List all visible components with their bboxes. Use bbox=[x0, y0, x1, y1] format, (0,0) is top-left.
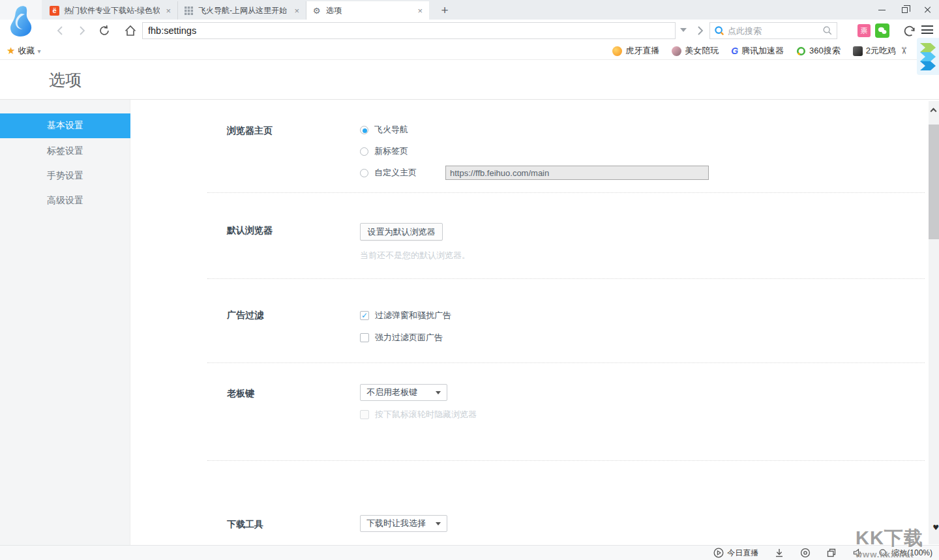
close-tab-icon[interactable]: × bbox=[164, 6, 172, 16]
search-box[interactable] bbox=[709, 22, 837, 39]
address-bar[interactable] bbox=[142, 22, 676, 39]
tab-title: 选项 bbox=[326, 5, 411, 16]
download-tool-dropdown[interactable]: 下载时让我选择 bbox=[360, 515, 447, 532]
set-default-browser-button[interactable]: 设置为默认浏览器 bbox=[360, 223, 443, 241]
sound-button[interactable] bbox=[852, 548, 863, 558]
sidebar-item-basic-settings[interactable]: 基本设置 bbox=[0, 113, 130, 138]
magnifier-icon bbox=[878, 548, 888, 558]
favorites-button[interactable]: ★ 收藏 ▾ bbox=[7, 42, 40, 60]
tab-settings-active[interactable]: ⚙ 选项 × bbox=[306, 1, 429, 20]
checkbox-label: 强力过滤页面广告 bbox=[375, 332, 443, 344]
browser-logo[interactable] bbox=[5, 5, 37, 37]
search-input[interactable] bbox=[728, 26, 822, 36]
new-tab-button[interactable]: + bbox=[434, 1, 455, 20]
radio-icon[interactable] bbox=[360, 147, 368, 156]
bookmarks-bar: ★ 收藏 ▾ 虎牙直播 美女陪玩 G 腾讯加速器 360搜索 bbox=[0, 42, 939, 60]
section-divider bbox=[207, 362, 925, 363]
default-browser-note: 当前还不是您的默认浏览器。 bbox=[360, 250, 470, 261]
section-divider bbox=[207, 278, 925, 279]
scrollbar-thumb[interactable] bbox=[929, 125, 939, 239]
side-panel-toggle[interactable] bbox=[917, 38, 939, 75]
bookmark-chiji[interactable]: 2元吃鸡 bbox=[853, 45, 896, 57]
site-favicon: ë bbox=[50, 6, 59, 16]
sidebar-item-advanced-settings[interactable]: 高级设置 bbox=[0, 188, 130, 213]
bookmark-accelerator[interactable]: G 腾讯加速器 bbox=[731, 45, 784, 57]
close-tab-icon[interactable]: × bbox=[293, 6, 301, 16]
refresh-button[interactable] bbox=[97, 23, 112, 38]
bookmark-label: 虎牙直播 bbox=[625, 45, 659, 57]
gear-icon: ⚙ bbox=[312, 6, 321, 16]
downloads-button[interactable] bbox=[774, 548, 784, 558]
checkbox-unchecked-icon[interactable] bbox=[360, 333, 369, 342]
caret-down-icon bbox=[436, 391, 441, 394]
section-label-homepage: 浏览器主页 bbox=[227, 125, 273, 137]
settings-sidebar: 基本设置 标签设置 手势设置 高级设置 bbox=[0, 100, 130, 545]
search-engine-icon bbox=[714, 25, 724, 36]
zoom-control[interactable]: 缩放(100%) bbox=[878, 548, 932, 559]
caret-down-icon bbox=[436, 522, 441, 525]
checkbox-checked-icon[interactable]: ✓ bbox=[360, 311, 369, 320]
section-divider bbox=[207, 192, 925, 193]
checkbox-filter-popups[interactable]: ✓ 过滤弹窗和骚扰广告 bbox=[360, 310, 451, 321]
menu-icon[interactable] bbox=[921, 25, 933, 34]
section-divider bbox=[207, 460, 925, 461]
search-magnifier-icon[interactable] bbox=[822, 25, 833, 36]
checkbox-label: 按下鼠标滚轮时隐藏浏览器 bbox=[375, 409, 477, 420]
live-today-button[interactable]: 今日直播 bbox=[713, 548, 758, 559]
radio-custom-homepage[interactable]: 自定义主页 bbox=[360, 167, 417, 179]
sidebar-item-gesture-settings[interactable]: 手势设置 bbox=[0, 164, 130, 188]
ticket-badge-icon[interactable]: 票 bbox=[857, 24, 871, 37]
360-icon bbox=[796, 46, 806, 56]
forward-button[interactable] bbox=[74, 23, 89, 38]
checkbox-strong-filter[interactable]: 强力过滤页面广告 bbox=[360, 332, 443, 344]
bookmark-peiwan[interactable]: 美女陪玩 bbox=[672, 45, 719, 57]
custom-homepage-input[interactable] bbox=[445, 166, 709, 180]
undo-icon[interactable] bbox=[902, 24, 917, 38]
home-button[interactable] bbox=[123, 23, 138, 38]
huya-icon bbox=[612, 46, 622, 56]
radio-icon-selected[interactable] bbox=[360, 126, 368, 134]
radio-feihuo-nav[interactable]: 飞火导航 bbox=[360, 124, 408, 136]
boss-key-dropdown[interactable]: 不启用老板键 bbox=[360, 384, 447, 401]
minimize-icon bbox=[878, 10, 886, 10]
page-title: 选项 bbox=[49, 69, 82, 91]
sidebar-item-tab-settings[interactable]: 标签设置 bbox=[0, 139, 130, 164]
tab-bar: ë 热门软件专业下载站-绿色软 × 飞火导航-上网从这里开始 × ⚙ 选项 × … bbox=[0, 0, 939, 20]
tab-feihuo-nav[interactable]: 飞火导航-上网从这里开始 × bbox=[179, 1, 306, 20]
address-dropdown-icon[interactable] bbox=[680, 28, 687, 32]
tab-title: 热门软件专业下载站-绿色软 bbox=[64, 5, 160, 16]
checkbox-hide-on-wheel-disabled: 按下鼠标滚轮时隐藏浏览器 bbox=[360, 409, 477, 420]
back-button[interactable] bbox=[53, 23, 68, 38]
favorites-label: 收藏 bbox=[18, 45, 35, 57]
chevron-ribbons-icon bbox=[919, 42, 937, 72]
window-controls bbox=[871, 0, 939, 20]
caret-down-icon: ▾ bbox=[37, 48, 40, 55]
scroll-up-arrow-icon[interactable] bbox=[931, 108, 937, 115]
bookmark-huya[interactable]: 虎牙直播 bbox=[612, 45, 659, 57]
go-button[interactable] bbox=[693, 23, 707, 38]
multi-window-button[interactable] bbox=[826, 548, 837, 558]
close-tab-icon[interactable]: × bbox=[416, 6, 424, 16]
radio-new-tab-page[interactable]: 新标签页 bbox=[360, 145, 408, 157]
grid-icon bbox=[184, 6, 194, 16]
wechat-icon[interactable] bbox=[875, 23, 889, 38]
plugin-center-button[interactable] bbox=[800, 548, 811, 558]
maximize-icon bbox=[902, 7, 908, 13]
section-label-ad-filter: 广告过滤 bbox=[227, 310, 263, 321]
bookmark-360search[interactable]: 360搜索 bbox=[796, 45, 841, 57]
vertical-scrollbar[interactable] bbox=[929, 101, 939, 544]
maximize-button[interactable] bbox=[893, 0, 916, 20]
accelerator-icon: G bbox=[731, 46, 738, 56]
navigation-bar: 票 bbox=[0, 20, 939, 42]
close-window-button[interactable] bbox=[916, 0, 939, 20]
tab-download-site[interactable]: ë 热门软件专业下载站-绿色软 × bbox=[44, 1, 178, 20]
radio-label: 新标签页 bbox=[374, 145, 408, 157]
page-header: 选项 bbox=[0, 60, 939, 100]
avatar-icon bbox=[672, 46, 681, 56]
minimize-button[interactable] bbox=[871, 0, 893, 20]
section-label-download-tool: 下载工具 bbox=[227, 519, 263, 531]
bookmark-label: 美女陪玩 bbox=[685, 45, 719, 57]
radio-icon[interactable] bbox=[360, 169, 368, 177]
scissors-icon[interactable]: ✂ bbox=[898, 47, 910, 55]
section-label-boss-key: 老板键 bbox=[227, 388, 254, 400]
